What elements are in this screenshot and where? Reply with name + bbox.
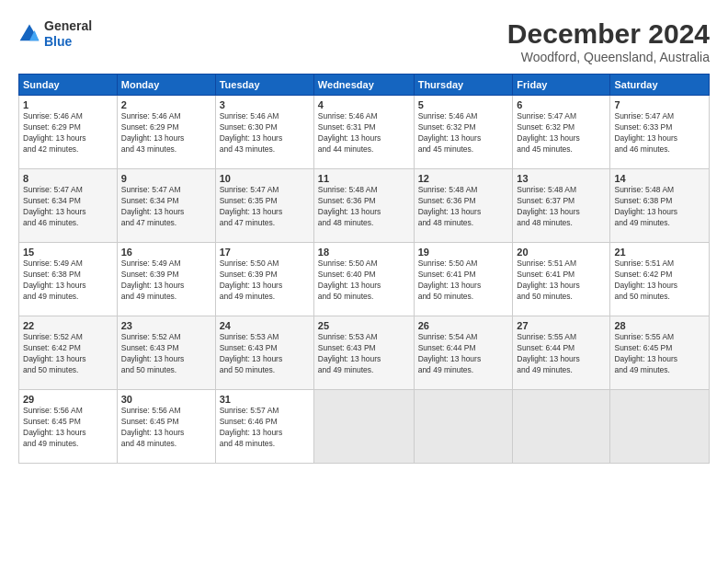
logo-general: General [44, 18, 92, 34]
day-number: 29 [23, 394, 113, 405]
day-info: Sunrise: 5:56 AMSunset: 6:45 PMDaylight:… [23, 406, 113, 450]
calendar-cell: 24Sunrise: 5:53 AMSunset: 6:43 PMDayligh… [215, 316, 313, 390]
calendar-cell: 3Sunrise: 5:46 AMSunset: 6:30 PMDaylight… [215, 96, 313, 169]
day-number: 19 [418, 247, 509, 258]
day-number: 13 [517, 173, 606, 184]
header: General Blue December 2024 Woodford, Que… [18, 18, 710, 64]
calendar-cell [610, 390, 710, 464]
day-number: 22 [23, 320, 113, 331]
calendar-header: Sunday Monday Tuesday Wednesday Thursday… [19, 75, 710, 96]
calendar-cell: 19Sunrise: 5:50 AMSunset: 6:41 PMDayligh… [414, 243, 513, 316]
logo-blue: Blue [44, 34, 92, 50]
logo-text: General Blue [44, 18, 92, 50]
page-title: December 2024 [507, 18, 710, 50]
day-number: 12 [418, 173, 509, 184]
col-monday: Monday [117, 75, 215, 96]
calendar-cell [513, 390, 610, 464]
calendar-cell: 22Sunrise: 5:52 AMSunset: 6:42 PMDayligh… [19, 316, 118, 390]
day-info: Sunrise: 5:46 AMSunset: 6:30 PMDaylight:… [220, 111, 310, 155]
calendar-cell: 21Sunrise: 5:51 AMSunset: 6:42 PMDayligh… [610, 243, 710, 316]
day-number: 3 [220, 99, 310, 110]
calendar-cell: 28Sunrise: 5:55 AMSunset: 6:45 PMDayligh… [610, 316, 710, 390]
calendar-cell: 18Sunrise: 5:50 AMSunset: 6:40 PMDayligh… [313, 243, 414, 316]
calendar-cell: 5Sunrise: 5:46 AMSunset: 6:32 PMDaylight… [414, 96, 513, 169]
day-info: Sunrise: 5:51 AMSunset: 6:42 PMDaylight:… [614, 259, 705, 303]
day-info: Sunrise: 5:47 AMSunset: 6:34 PMDaylight:… [23, 185, 113, 229]
day-number: 14 [614, 173, 705, 184]
day-number: 16 [121, 247, 211, 258]
day-info: Sunrise: 5:55 AMSunset: 6:44 PMDaylight:… [517, 332, 606, 376]
calendar-body: 1Sunrise: 5:46 AMSunset: 6:29 PMDaylight… [19, 96, 710, 464]
col-sunday: Sunday [19, 75, 118, 96]
day-number: 8 [23, 173, 113, 184]
day-info: Sunrise: 5:57 AMSunset: 6:46 PMDaylight:… [220, 406, 310, 450]
day-info: Sunrise: 5:49 AMSunset: 6:39 PMDaylight:… [121, 259, 211, 303]
day-info: Sunrise: 5:55 AMSunset: 6:45 PMDaylight:… [614, 332, 705, 376]
page: General Blue December 2024 Woodford, Que… [0, 0, 728, 563]
calendar-cell: 29Sunrise: 5:56 AMSunset: 6:45 PMDayligh… [19, 390, 118, 464]
day-info: Sunrise: 5:51 AMSunset: 6:41 PMDaylight:… [517, 259, 606, 303]
day-info: Sunrise: 5:50 AMSunset: 6:40 PMDaylight:… [318, 259, 410, 303]
day-number: 17 [220, 247, 310, 258]
calendar-cell: 11Sunrise: 5:48 AMSunset: 6:36 PMDayligh… [313, 169, 414, 243]
day-number: 30 [121, 394, 211, 405]
calendar-cell: 30Sunrise: 5:56 AMSunset: 6:45 PMDayligh… [117, 390, 215, 464]
calendar-cell: 25Sunrise: 5:53 AMSunset: 6:43 PMDayligh… [313, 316, 414, 390]
calendar-cell: 6Sunrise: 5:47 AMSunset: 6:32 PMDaylight… [513, 96, 610, 169]
day-number: 21 [614, 247, 705, 258]
calendar-cell: 23Sunrise: 5:52 AMSunset: 6:43 PMDayligh… [117, 316, 215, 390]
calendar-cell: 31Sunrise: 5:57 AMSunset: 6:46 PMDayligh… [215, 390, 313, 464]
day-info: Sunrise: 5:48 AMSunset: 6:38 PMDaylight:… [614, 185, 705, 229]
col-tuesday: Tuesday [215, 75, 313, 96]
page-subtitle: Woodford, Queensland, Australia [507, 50, 710, 64]
day-number: 31 [220, 394, 310, 405]
calendar-cell: 17Sunrise: 5:50 AMSunset: 6:39 PMDayligh… [215, 243, 313, 316]
day-number: 4 [318, 99, 410, 110]
day-info: Sunrise: 5:48 AMSunset: 6:36 PMDaylight:… [318, 185, 410, 229]
day-info: Sunrise: 5:46 AMSunset: 6:29 PMDaylight:… [121, 111, 211, 155]
calendar-cell: 1Sunrise: 5:46 AMSunset: 6:29 PMDaylight… [19, 96, 118, 169]
day-number: 28 [614, 320, 705, 331]
day-number: 24 [220, 320, 310, 331]
day-number: 15 [23, 247, 113, 258]
day-info: Sunrise: 5:50 AMSunset: 6:41 PMDaylight:… [418, 259, 509, 303]
day-number: 20 [517, 247, 606, 258]
day-info: Sunrise: 5:53 AMSunset: 6:43 PMDaylight:… [318, 332, 410, 376]
calendar-week-4: 22Sunrise: 5:52 AMSunset: 6:42 PMDayligh… [19, 316, 710, 390]
calendar-cell: 7Sunrise: 5:47 AMSunset: 6:33 PMDaylight… [610, 96, 710, 169]
day-number: 27 [517, 320, 606, 331]
calendar-cell: 27Sunrise: 5:55 AMSunset: 6:44 PMDayligh… [513, 316, 610, 390]
day-info: Sunrise: 5:49 AMSunset: 6:38 PMDaylight:… [23, 259, 113, 303]
calendar-week-1: 1Sunrise: 5:46 AMSunset: 6:29 PMDaylight… [19, 96, 710, 169]
title-block: December 2024 Woodford, Queensland, Aust… [507, 18, 710, 64]
day-number: 1 [23, 99, 113, 110]
logo-icon [18, 23, 40, 45]
calendar-cell: 4Sunrise: 5:46 AMSunset: 6:31 PMDaylight… [313, 96, 414, 169]
day-info: Sunrise: 5:52 AMSunset: 6:42 PMDaylight:… [23, 332, 113, 376]
day-info: Sunrise: 5:54 AMSunset: 6:44 PMDaylight:… [418, 332, 509, 376]
day-number: 23 [121, 320, 211, 331]
day-info: Sunrise: 5:50 AMSunset: 6:39 PMDaylight:… [220, 259, 310, 303]
day-info: Sunrise: 5:47 AMSunset: 6:35 PMDaylight:… [220, 185, 310, 229]
day-number: 26 [418, 320, 509, 331]
calendar-cell [414, 390, 513, 464]
calendar-week-3: 15Sunrise: 5:49 AMSunset: 6:38 PMDayligh… [19, 243, 710, 316]
day-number: 6 [517, 99, 606, 110]
day-info: Sunrise: 5:56 AMSunset: 6:45 PMDaylight:… [121, 406, 211, 450]
day-number: 2 [121, 99, 211, 110]
day-number: 7 [614, 99, 705, 110]
day-info: Sunrise: 5:48 AMSunset: 6:37 PMDaylight:… [517, 185, 606, 229]
day-info: Sunrise: 5:52 AMSunset: 6:43 PMDaylight:… [121, 332, 211, 376]
day-number: 25 [318, 320, 410, 331]
day-number: 18 [318, 247, 410, 258]
day-number: 5 [418, 99, 509, 110]
day-info: Sunrise: 5:47 AMSunset: 6:32 PMDaylight:… [517, 111, 606, 155]
calendar-cell: 12Sunrise: 5:48 AMSunset: 6:36 PMDayligh… [414, 169, 513, 243]
day-info: Sunrise: 5:46 AMSunset: 6:31 PMDaylight:… [318, 111, 410, 155]
calendar-cell: 20Sunrise: 5:51 AMSunset: 6:41 PMDayligh… [513, 243, 610, 316]
calendar-cell: 13Sunrise: 5:48 AMSunset: 6:37 PMDayligh… [513, 169, 610, 243]
day-number: 11 [318, 173, 410, 184]
day-info: Sunrise: 5:47 AMSunset: 6:34 PMDaylight:… [121, 185, 211, 229]
day-number: 9 [121, 173, 211, 184]
calendar-table: Sunday Monday Tuesday Wednesday Thursday… [18, 74, 710, 464]
